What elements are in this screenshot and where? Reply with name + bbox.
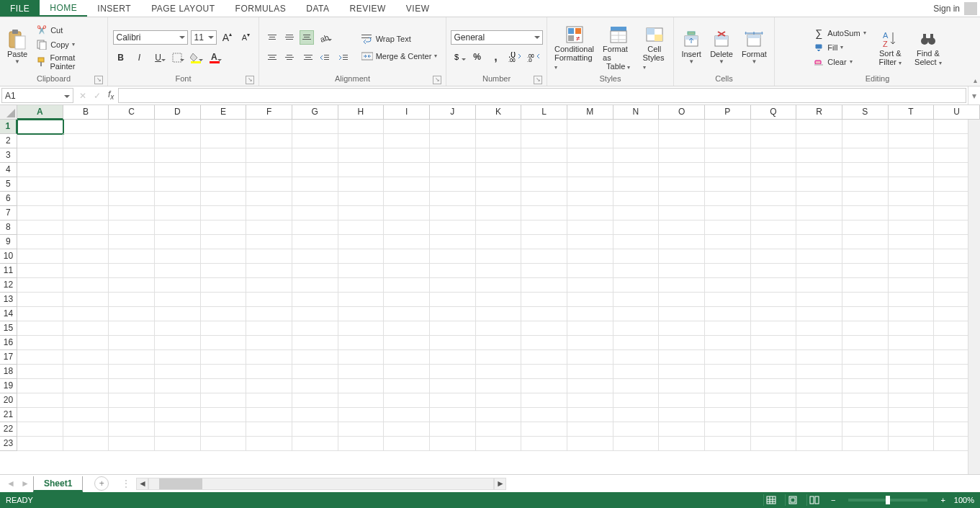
cell[interactable]: [889, 264, 935, 278]
tab-formulas[interactable]: FORMULAS: [225, 0, 297, 17]
cell[interactable]: [751, 249, 797, 264]
cell[interactable]: [751, 408, 797, 422]
cell[interactable]: [246, 206, 292, 220]
cell[interactable]: [613, 177, 660, 192]
cell[interactable]: [796, 148, 842, 163]
cell[interactable]: [476, 336, 522, 350]
cell[interactable]: [796, 422, 842, 437]
cell[interactable]: [796, 264, 842, 278]
column-header[interactable]: L: [521, 105, 567, 120]
cell[interactable]: [796, 307, 842, 321]
cell[interactable]: [751, 437, 797, 451]
cell[interactable]: [705, 206, 751, 220]
cell[interactable]: [246, 408, 292, 422]
cell[interactable]: [705, 422, 751, 437]
cell[interactable]: [476, 365, 522, 379]
cell[interactable]: [842, 293, 889, 307]
cell[interactable]: [659, 206, 705, 220]
conditional-formatting-button[interactable]: ≠ Conditional Formatting ▾: [552, 24, 597, 71]
row-header[interactable]: 15: [0, 321, 17, 336]
cell[interactable]: [155, 437, 201, 451]
cell[interactable]: [659, 278, 705, 293]
sheet-tab[interactable]: Sheet1: [33, 476, 83, 492]
cell[interactable]: [201, 192, 247, 206]
cell[interactable]: [338, 235, 385, 249]
align-left-button[interactable]: [265, 50, 279, 65]
column-header[interactable]: O: [659, 105, 705, 120]
increase-decimal-button[interactable]: .0.00: [507, 49, 523, 65]
cell[interactable]: [476, 177, 522, 192]
cell[interactable]: [613, 148, 660, 163]
cell[interactable]: [338, 321, 385, 336]
cell[interactable]: [63, 307, 109, 321]
cell[interactable]: [842, 365, 889, 379]
row-header[interactable]: 8: [0, 220, 17, 235]
row-header[interactable]: 21: [0, 408, 17, 422]
align-center-button[interactable]: [282, 50, 297, 65]
cell[interactable]: [201, 321, 247, 336]
cell[interactable]: [613, 206, 660, 220]
cell[interactable]: [246, 177, 292, 192]
cell[interactable]: [659, 408, 705, 422]
cell[interactable]: [155, 206, 201, 220]
row-header[interactable]: 3: [0, 148, 17, 163]
cell[interactable]: [751, 379, 797, 393]
cell[interactable]: [430, 422, 476, 437]
cell[interactable]: [246, 148, 292, 163]
cell[interactable]: [109, 192, 155, 206]
cell[interactable]: [384, 206, 430, 220]
cell[interactable]: [796, 278, 842, 293]
decrease-indent-button[interactable]: [317, 50, 333, 66]
cell[interactable]: [155, 249, 201, 264]
row-header[interactable]: 22: [0, 422, 17, 437]
column-header[interactable]: P: [705, 105, 751, 120]
cell[interactable]: [109, 206, 155, 220]
cell[interactable]: [705, 177, 751, 192]
cell[interactable]: [338, 293, 385, 307]
find-select-button[interactable]: Find & Select ▾: [912, 29, 945, 66]
cell[interactable]: [17, 249, 63, 264]
cell[interactable]: [751, 134, 797, 148]
cell[interactable]: [109, 321, 155, 336]
cell[interactable]: [246, 293, 292, 307]
cell[interactable]: [659, 235, 705, 249]
fill-button[interactable]: Fill▾: [810, 41, 868, 54]
format-cells-button[interactable]: Format▼: [739, 30, 770, 65]
cell[interactable]: [521, 220, 567, 235]
cell[interactable]: [338, 177, 385, 192]
cell[interactable]: [384, 249, 430, 264]
cell[interactable]: [659, 264, 705, 278]
cell[interactable]: [246, 264, 292, 278]
cell[interactable]: [63, 393, 109, 408]
cell[interactable]: [384, 336, 430, 350]
cell[interactable]: [521, 163, 567, 177]
cell[interactable]: [17, 220, 63, 235]
cell[interactable]: [384, 321, 430, 336]
cell[interactable]: [384, 163, 430, 177]
cell[interactable]: [476, 206, 522, 220]
cell[interactable]: [109, 350, 155, 365]
cell[interactable]: [613, 422, 660, 437]
row-header[interactable]: 13: [0, 293, 17, 307]
cell[interactable]: [292, 235, 338, 249]
cell[interactable]: [889, 336, 935, 350]
cell[interactable]: [246, 422, 292, 437]
cell[interactable]: [430, 148, 476, 163]
cell[interactable]: [109, 379, 155, 393]
cell[interactable]: [384, 235, 430, 249]
row-header[interactable]: 4: [0, 163, 17, 177]
formula-input[interactable]: [118, 88, 966, 103]
cell[interactable]: [842, 437, 889, 451]
cell[interactable]: [109, 134, 155, 148]
cell[interactable]: [246, 120, 292, 134]
number-dialog-launcher[interactable]: ↘: [534, 76, 542, 84]
cell[interactable]: [292, 336, 338, 350]
cell[interactable]: [567, 249, 613, 264]
cell[interactable]: [17, 321, 63, 336]
cell[interactable]: [292, 293, 338, 307]
cell[interactable]: [63, 120, 109, 134]
column-header[interactable]: A: [17, 105, 63, 120]
font-dialog-launcher[interactable]: ↘: [246, 76, 254, 84]
cell[interactable]: [17, 235, 63, 249]
cell[interactable]: [338, 350, 385, 365]
